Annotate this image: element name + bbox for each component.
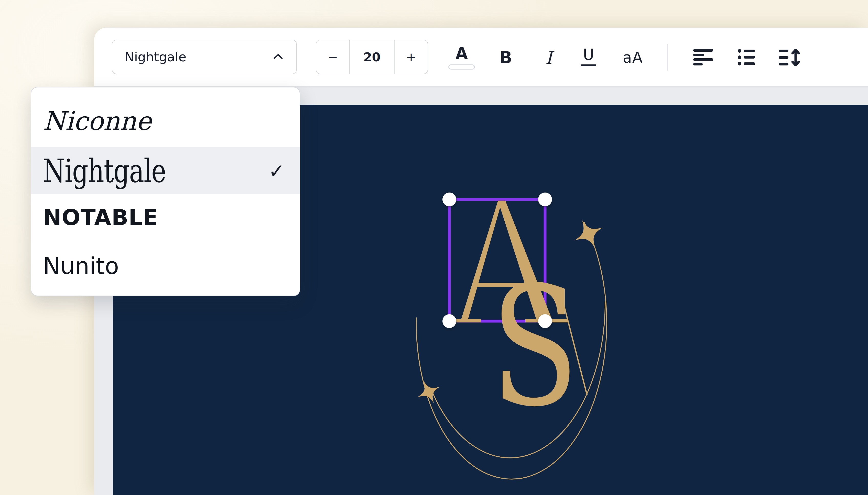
toolbar-divider [667, 44, 668, 71]
font-size-increase-button[interactable]: + [394, 40, 428, 74]
monogram-letter-s[interactable]: S [491, 251, 587, 443]
bulleted-list-icon [738, 62, 755, 67]
underline-bar [581, 65, 596, 66]
font-size-decrease-button[interactable]: − [316, 40, 350, 74]
text-color-button[interactable]: A [446, 42, 477, 73]
font-option-notable[interactable]: NOTABLE [31, 194, 300, 240]
italic-button[interactable]: I [545, 44, 553, 72]
svg-text:S: S [491, 251, 579, 443]
sparkle-top-right-icon [568, 214, 609, 254]
font-option-nunito[interactable]: Nunito [31, 240, 300, 291]
text-format-toolbar: Nightgale − 20 + A B I U aA [94, 28, 868, 86]
handle-top-right[interactable] [538, 192, 552, 206]
font-family-value: Nightgale [125, 50, 186, 65]
text-color-letter: A [456, 46, 468, 61]
underline-icon: U [583, 47, 594, 62]
handle-top-left[interactable] [442, 192, 456, 206]
font-option-label: Nightgale [43, 152, 166, 190]
text-case-icon: aA [623, 49, 643, 66]
text-color-swatch [448, 65, 475, 70]
font-option-label: Niconne [43, 106, 151, 136]
text-case-button[interactable]: aA [623, 44, 643, 72]
font-size-stepper: − 20 + [316, 40, 428, 74]
chevron-up-icon [273, 53, 283, 61]
font-option-label: Nunito [43, 253, 119, 279]
font-option-nightgale-selected[interactable]: Nightgale ✓ [31, 147, 300, 194]
font-option-label: NOTABLE [43, 205, 158, 230]
font-family-selector[interactable]: Nightgale [112, 40, 297, 74]
font-option-niconne[interactable]: Niconne [31, 95, 300, 147]
checkmark-icon: ✓ [268, 159, 285, 182]
underline-button[interactable]: U [581, 42, 596, 71]
bold-icon: B [500, 48, 512, 67]
handle-bottom-left[interactable] [442, 314, 456, 328]
text-align-left-icon [693, 62, 713, 67]
align-left-button[interactable] [693, 49, 713, 67]
italic-icon: I [545, 48, 553, 68]
font-family-dropdown: Niconne Nightgale ✓ NOTABLE Nunito [31, 87, 300, 296]
line-spacing-button[interactable] [779, 49, 801, 67]
bulleted-list-button[interactable] [738, 49, 755, 67]
font-size-value[interactable]: 20 [350, 40, 394, 74]
line-spacing-icon [779, 62, 801, 67]
handle-bottom-right[interactable] [538, 314, 552, 328]
bold-button[interactable]: B [500, 44, 512, 72]
sparkle-bottom-left-icon [412, 376, 445, 408]
